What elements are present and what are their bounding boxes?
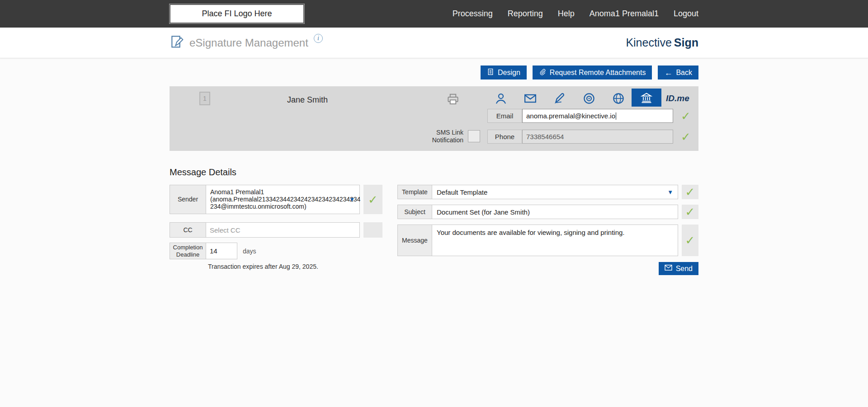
- document-number-icon: 1: [199, 92, 210, 105]
- template-label: Template: [397, 185, 432, 199]
- sender-dropdown[interactable]: Anoma1 Premalal1 (anoma.Premalal21334234…: [206, 185, 360, 214]
- brand-primary: Kinective: [626, 36, 671, 49]
- phone-value: 7338546654: [526, 133, 564, 140]
- check-icon: ✓: [685, 206, 695, 218]
- recipient-panel: 1 Jane Smith ID.me: [170, 86, 698, 151]
- completion-deadline-input[interactable]: [206, 243, 237, 259]
- request-remote-attachments-button[interactable]: Request Remote Attachments: [533, 65, 652, 80]
- auth-method-email-button[interactable]: [523, 91, 538, 106]
- completion-deadline-label: Completion Deadline: [170, 243, 206, 259]
- fi-logo-text: Place FI Logo Here: [202, 9, 272, 19]
- cc-label: CC: [170, 222, 206, 238]
- paperclip-icon: [539, 68, 546, 77]
- design-button[interactable]: Design: [481, 65, 527, 80]
- expiration-note: Transaction expires after Aug 29, 2025.: [208, 263, 382, 270]
- page-title: eSignature Management: [189, 37, 308, 49]
- auth-method-globe-button[interactable]: [611, 91, 626, 106]
- send-button[interactable]: Send: [659, 262, 698, 275]
- email-label: Email: [487, 109, 522, 123]
- completion-deadline-row: Completion Deadline days: [170, 243, 382, 259]
- info-icon[interactable]: i: [314, 34, 323, 43]
- cc-indicator-slot: [363, 222, 382, 238]
- message-valid-indicator: ✓: [682, 225, 698, 256]
- design-label: Design: [498, 69, 520, 77]
- message-details-form: Sender Anoma1 Premalal1 (anoma.Premalal2…: [170, 185, 698, 275]
- check-icon: ✓: [681, 131, 691, 143]
- check-icon: ✓: [368, 194, 378, 206]
- email-value: anoma.premalal@kinective.io: [526, 112, 615, 120]
- message-label: Message: [397, 225, 432, 256]
- subject-valid-indicator: ✓: [682, 205, 698, 219]
- chevron-down-icon: ▼: [349, 196, 355, 203]
- check-icon: ✓: [681, 110, 691, 122]
- bank-icon: [640, 91, 653, 104]
- main-content: Design Request Remote Attachments ← Back…: [170, 65, 698, 275]
- sender-valid-indicator: ✓: [363, 185, 382, 214]
- sender-value-line2: (anoma.Premalal2133423442342423423423423…: [210, 196, 347, 203]
- auth-method-target-button[interactable]: [581, 91, 597, 106]
- phone-valid-indicator: ✓: [677, 130, 695, 144]
- deadline-unit-label: days: [243, 248, 256, 255]
- sender-value-line3: 234@immtestcu.onmicrosoft.com): [210, 203, 347, 210]
- topbar: Place FI Logo Here Processing Reporting …: [0, 0, 868, 28]
- brand-secondary: Sign: [674, 36, 698, 49]
- idme-button[interactable]: ID.me: [666, 94, 689, 103]
- print-button[interactable]: [445, 92, 461, 107]
- esignature-icon: [170, 35, 184, 51]
- chevron-down-icon: ▼: [667, 189, 673, 196]
- phone-input: 7338546654: [522, 130, 673, 144]
- back-button[interactable]: ← Back: [658, 65, 698, 80]
- subheader: eSignature Management i KinectiveSign: [0, 28, 868, 58]
- design-icon: [487, 68, 494, 77]
- template-value: Default Template: [437, 188, 487, 196]
- email-input[interactable]: anoma.premalal@kinective.io: [522, 109, 673, 123]
- check-icon: ✓: [685, 234, 695, 246]
- template-row: Template Default Template ▼ ✓: [397, 185, 698, 199]
- message-row: Message Your documents are available for…: [397, 225, 698, 256]
- auth-method-bank-button-selected[interactable]: [632, 89, 661, 107]
- back-label: Back: [676, 69, 692, 77]
- cc-input[interactable]: [206, 222, 360, 238]
- recipient-name: Jane Smith: [287, 95, 328, 105]
- sender-row: Sender Anoma1 Premalal1 (anoma.Premalal2…: [170, 185, 382, 214]
- top-nav: Processing Reporting Help Anoma1 Premala…: [453, 9, 698, 19]
- subject-value: Document Set (for Jane Smith): [437, 208, 530, 216]
- nav-reporting[interactable]: Reporting: [508, 9, 543, 19]
- message-details-heading: Message Details: [170, 167, 698, 178]
- subject-input[interactable]: Document Set (for Jane Smith): [432, 205, 678, 219]
- sender-label: Sender: [170, 185, 206, 214]
- check-icon: ✓: [685, 186, 695, 198]
- template-dropdown[interactable]: Default Template ▼: [432, 185, 678, 199]
- auth-method-person-button[interactable]: [493, 91, 509, 106]
- page: Place FI Logo Here Processing Reporting …: [0, 0, 868, 407]
- attachments-label: Request Remote Attachments: [550, 69, 646, 77]
- phone-label: Phone: [487, 130, 522, 144]
- auth-method-signature-pen-button[interactable]: [552, 91, 567, 106]
- nav-help[interactable]: Help: [558, 9, 575, 19]
- email-valid-indicator: ✓: [677, 109, 695, 123]
- toolbar: Design Request Remote Attachments ← Back: [170, 65, 698, 80]
- brand-logo: KinectiveSign: [626, 36, 698, 49]
- sms-link-notification-checkbox[interactable]: [468, 130, 480, 142]
- send-label: Send: [676, 265, 693, 273]
- sender-value-line1: Anoma1 Premalal1: [210, 188, 347, 196]
- nav-processing[interactable]: Processing: [453, 9, 493, 19]
- nav-logout[interactable]: Logout: [674, 9, 698, 19]
- cc-row: CC: [170, 222, 382, 238]
- subject-label: Subject: [397, 205, 432, 219]
- fi-logo-placeholder: Place FI Logo Here: [170, 4, 304, 23]
- back-arrow-icon: ←: [664, 69, 672, 77]
- nav-user-menu[interactable]: Anoma1 Premalal1: [590, 9, 659, 19]
- text-caret: [616, 112, 616, 120]
- subject-row: Subject Document Set (for Jane Smith) ✓: [397, 205, 698, 219]
- send-envelope-icon: [665, 264, 672, 273]
- sms-link-notification-label: SMS Link Notification: [414, 129, 463, 144]
- template-valid-indicator: ✓: [682, 185, 698, 199]
- message-textarea[interactable]: Your documents are available for viewing…: [432, 225, 678, 256]
